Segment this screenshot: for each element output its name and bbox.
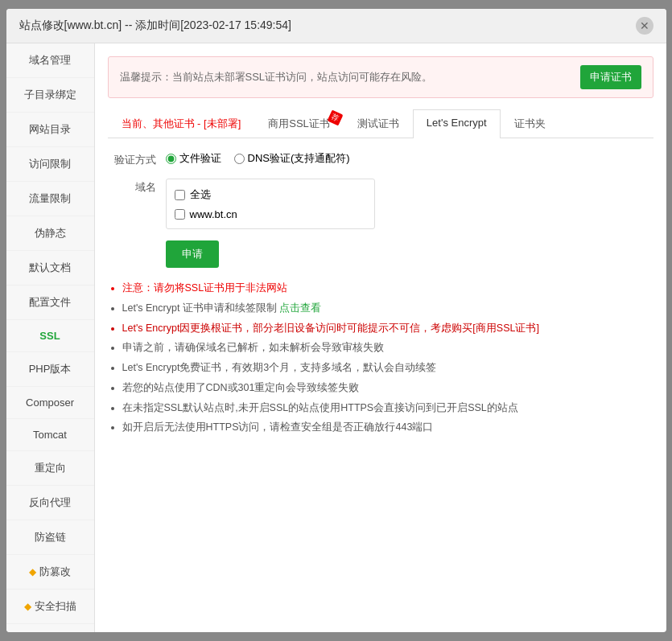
sidebar-item-伪静态[interactable]: 伪静态 [6,216,94,251]
tab-commercial[interactable]: 商用SSL证书荐 [254,109,344,138]
notice-commercial-link[interactable]: 商用SSL证书 [476,323,537,334]
sidebar-item-防篡改[interactable]: ◆防篡改 [6,555,94,590]
radio-dns-label: DNS验证(支持通配符) [248,151,350,166]
notice-item-7: 如开启后无法使用HTTPS访问，请检查安全组是否正确放行443端口 [122,420,653,435]
sidebar-item-流量限制[interactable]: 流量限制 [6,182,94,216]
sidebar-item-label: 流量限制 [29,191,71,206]
sidebar-item-PHP版本[interactable]: PHP版本 [6,352,94,387]
sidebar: 域名管理子目录绑定网站目录访问限制流量限制伪静态默认文档配置文件SSLPHP版本… [6,43,95,632]
radio-dns-verify[interactable]: DNS验证(支持通配符) [234,151,350,166]
sidebar-item-重定向[interactable]: 重定向 [6,451,94,486]
sidebar-item-子目录绑定[interactable]: 子目录绑定 [6,78,94,113]
checkbox-select-all[interactable] [175,190,185,200]
alert-apply-cert-button[interactable]: 申请证书 [580,65,641,89]
sidebar-item-label: 配置文件 [29,295,71,310]
radio-dns-verify-input[interactable] [234,154,245,164]
tab-letsencrypt[interactable]: Let's Encrypt [413,109,501,138]
domain-box: 全选 www.bt.cn [166,179,375,229]
domain-www-label: www.bt.cn [190,208,237,220]
close-button[interactable]: ✕ [636,17,653,35]
modal-body: 域名管理子目录绑定网站目录访问限制流量限制伪静态默认文档配置文件SSLPHP版本… [6,43,666,632]
diamond-icon: ◆ [29,566,36,577]
notice-item-4: Let's Encrypt免费证书，有效期3个月，支持多域名，默认会自动续签 [122,360,653,376]
modal-header: 站点修改[www.bt.cn] -- 添加时间[2023-02-17 15:49… [6,9,666,43]
sidebar-item-label: 重定向 [35,461,66,475]
sidebar-item-label: 安全扫描 [35,599,76,614]
sidebar-item-Composer[interactable]: Composer [6,387,94,419]
tab-certfolder[interactable]: 证书夹 [501,109,559,138]
tab-test[interactable]: 测试证书 [344,109,413,138]
sidebar-item-安全扫描[interactable]: ◆安全扫描 [6,590,94,624]
sidebar-item-默认文档[interactable]: 默认文档 [6,251,94,286]
radio-file-verify[interactable]: 文件验证 [166,151,221,166]
sidebar-item-反向代理[interactable]: 反向代理 [6,486,94,520]
notice-item-2: Let's Encrypt因更换根证书，部分老旧设备访问时可能提示不可信，考虑购… [122,321,653,336]
submit-button[interactable]: 申请 [166,240,219,268]
sidebar-item-label: Tomcat [33,429,67,441]
notice-list: 注意：请勿将SSL证书用于非法网站Let's Encrypt 证书申请和续签限制… [108,281,653,435]
sidebar-item-label: 伪静态 [35,226,66,240]
sidebar-item-网站日志[interactable]: 网站日志 [6,624,94,632]
sidebar-item-label: Composer [26,397,74,409]
verify-method-row: 验证方式 文件验证 DNS验证(支持通配符) [108,151,653,167]
submit-row: 申请 [166,240,653,268]
sidebar-item-SSL[interactable]: SSL [6,320,94,352]
domain-label: 域名 [108,179,156,195]
notice-item-6: 在未指定SSL默认站点时,未开启SSL的站点使用HTTPS会直接访问到已开启SS… [122,401,653,416]
notice-item-5: 若您的站点使用了CDN或301重定向会导致续签失败 [122,380,653,396]
verify-label: 验证方式 [108,151,156,167]
sidebar-item-label: PHP版本 [29,362,72,376]
sidebar-item-label: 网站目录 [29,122,71,137]
sidebar-item-label: 访问限制 [29,157,71,171]
sidebar-item-label: SSL [39,330,60,342]
sidebar-item-label: 子目录绑定 [24,88,76,102]
alert-text: 温馨提示：当前站点未部署SSL证书访问，站点访问可能存在风险。 [120,70,433,84]
radio-file-verify-input[interactable] [166,154,176,164]
checkbox-www[interactable] [175,209,185,220]
sidebar-item-域名管理[interactable]: 域名管理 [6,43,94,78]
notice-item-3: 申请之前，请确保域名已解析，如未解析会导致审核失败 [122,340,653,355]
sidebar-item-label: 域名管理 [29,53,71,68]
ssl-alert: 温馨提示：当前站点未部署SSL证书访问，站点访问可能存在风险。 申请证书 [108,56,653,98]
tabs-bar: 当前、其他证书 - [未部署]商用SSL证书荐测试证书Let's Encrypt… [108,109,653,138]
sidebar-item-防盗链[interactable]: 防盗链 [6,520,94,555]
notice-item-1: Let's Encrypt 证书申请和续签限制 点击查看 [122,301,653,316]
modal: 站点修改[www.bt.cn] -- 添加时间[2023-02-17 15:49… [6,9,666,632]
content-area: 温馨提示：当前站点未部署SSL证书访问，站点访问可能存在风险。 申请证书 当前、… [95,43,666,632]
diamond-icon: ◆ [24,601,31,612]
domain-select-all[interactable]: 全选 [175,187,366,202]
domain-select-all-label: 全选 [190,187,211,202]
notice-link[interactable]: 点击查看 [279,302,321,314]
sidebar-item-label: 防篡改 [39,565,71,579]
sidebar-item-Tomcat[interactable]: Tomcat [6,419,94,451]
radio-file-label: 文件验证 [179,151,221,166]
domain-row: 域名 全选 www.bt.cn [108,179,653,229]
sidebar-item-label: 默认文档 [29,261,71,275]
sidebar-item-配置文件[interactable]: 配置文件 [6,286,94,320]
sidebar-item-网站目录[interactable]: 网站目录 [6,113,94,147]
sidebar-item-label: 防盗链 [35,530,66,544]
sidebar-item-访问限制[interactable]: 访问限制 [6,147,94,182]
tab-current[interactable]: 当前、其他证书 - [未部署] [108,109,255,138]
domain-item-www[interactable]: www.bt.cn [175,208,366,220]
radio-group: 文件验证 DNS验证(支持通配符) [166,151,350,166]
notice-item-0: 注意：请勿将SSL证书用于非法网站 [122,281,653,296]
sidebar-item-label: 反向代理 [29,495,71,510]
tab-badge: 荐 [327,110,343,126]
modal-title: 站点修改[www.bt.cn] -- 添加时间[2023-02-17 15:49… [19,18,291,33]
